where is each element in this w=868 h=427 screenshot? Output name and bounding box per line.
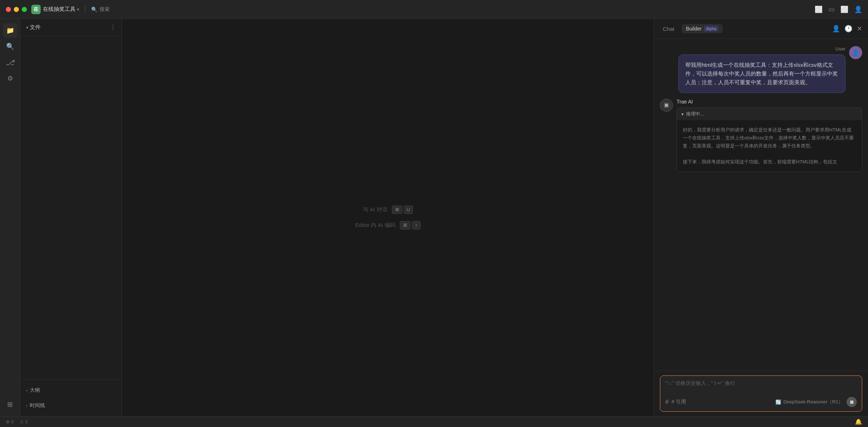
chat-input-placeholder: "↑↓" 切换历史输入，"⇧↵" 换行 xyxy=(665,380,857,387)
file-panel-title: 文件 xyxy=(30,24,110,31)
reasoning-header[interactable]: ▾ 推理中... xyxy=(677,108,862,120)
file-panel-header: ▾ 文件 ⋮ xyxy=(20,19,122,36)
error-icon: ⊗ xyxy=(6,419,10,424)
chevron-down-icon: ▾ xyxy=(26,25,28,30)
chat-input-area: "↑↓" 切换历史输入，"⇧↵" 换行 # # 引用 🔄 DeepSeek-Re… xyxy=(654,371,868,416)
avatar: 👤 xyxy=(849,46,862,59)
debug-icon: ⚙ xyxy=(7,74,13,82)
sidebar-item-search[interactable]: 🔍 xyxy=(3,39,17,54)
close-icon[interactable]: ✕ xyxy=(857,25,862,33)
maximize-button[interactable] xyxy=(22,7,27,12)
grid-icon: ⊞ xyxy=(7,400,13,408)
warning-status: ⚠ 0 xyxy=(20,419,28,424)
user-message-row: User 帮我用html生成一个在线抽奖工具：支持上传xlsx和csv格式文件，… xyxy=(660,46,862,93)
sidebar-item-git[interactable]: ⎇ xyxy=(3,55,17,70)
chat-input-footer: # # 引用 🔄 DeepSeek-Reasoner（R1） ⏹ xyxy=(665,397,857,407)
cmd-key-2: ⌘ xyxy=(400,221,410,229)
svg-rect-1 xyxy=(665,104,668,107)
send-button[interactable]: ⏹ xyxy=(847,397,857,407)
sidebar-item-extensions[interactable]: ⊞ xyxy=(3,397,17,412)
search-icon: 🔍 xyxy=(6,42,14,50)
sidebar-item-files[interactable]: 📁 xyxy=(3,23,17,38)
app-icon: 在 xyxy=(31,5,41,14)
user-bubble: 帮我用html生成一个在线抽奖工具：支持上传xlsx和csv格式文件，可以选择每… xyxy=(678,54,845,93)
ai-name: Trae AI xyxy=(677,99,862,105)
chevron-right-icon: › xyxy=(26,388,28,393)
ai-chat-shortcut[interactable]: 与 AI 对话 ⌘ U xyxy=(363,206,413,214)
statusbar-right: 🔔 xyxy=(855,418,862,425)
ai-code-shortcut[interactable]: Editor 内 AI 编码 ⌘ I xyxy=(355,221,421,229)
close-button[interactable] xyxy=(6,7,11,12)
file-panel-footer: › 大纲 › 时间线 xyxy=(20,379,122,416)
error-status: ⊗ 0 xyxy=(6,419,14,424)
reasoning-label: 推理中... xyxy=(686,111,704,117)
chat-input-box[interactable]: "↑↓" 切换历史输入，"⇧↵" 换行 # # 引用 🔄 DeepSeek-Re… xyxy=(660,375,862,412)
statusbar: ⊗ 0 ⚠ 0 🔔 xyxy=(0,416,868,427)
reasoning-section: ▾ 推理中... 好的，我需要分析用户的请求，确定是任务还是一般问题。用户要求用… xyxy=(677,107,862,172)
reasoning-text-2: 接下来，我得考虑如何实现这个功能。首先，前端需要HTML结构，包括文 xyxy=(683,158,856,166)
chat-header-right: 👤 🕐 ✕ xyxy=(832,25,862,33)
file-menu-icon[interactable]: ⋮ xyxy=(110,24,116,31)
shortcut-label-2: Editor 内 AI 编码 xyxy=(355,222,396,229)
titlebar: 在 在线抽奖工具 ▾ 🔍 搜索 ⬜ ▭ ⬜ 👤 xyxy=(0,0,868,19)
quote-label: # 引用 xyxy=(672,399,686,405)
notification-icon[interactable]: 🔔 xyxy=(855,419,862,425)
file-panel-content xyxy=(20,36,122,379)
u-key: U xyxy=(404,206,413,214)
warning-count: 0 xyxy=(25,419,28,424)
error-count: 0 xyxy=(11,419,14,424)
ai-content: Trae AI ▾ 推理中... 好的，我需要分析用户的请求，确定是任务还是一般… xyxy=(677,99,862,172)
sidebar-right-icon[interactable]: ⬜ xyxy=(840,5,848,13)
shortcut-label: 与 AI 对话 xyxy=(363,206,388,213)
sidebar-item-debug[interactable]: ⚙ xyxy=(3,71,17,86)
model-icon: 🔄 xyxy=(775,399,781,405)
traffic-lights xyxy=(6,7,27,12)
search-label: 搜索 xyxy=(100,6,110,13)
ai-message-row: Trae AI ▾ 推理中... 好的，我需要分析用户的请求，确定是任务还是一般… xyxy=(660,99,862,172)
file-panel: ▾ 文件 ⋮ › 大纲 › 时间线 xyxy=(20,19,122,416)
ai-avatar xyxy=(660,99,673,112)
cmd-key: ⌘ xyxy=(392,206,402,214)
chat-input-left: # # 引用 xyxy=(665,399,686,405)
person-icon[interactable]: 👤 xyxy=(832,25,840,33)
builder-label: Builder xyxy=(686,26,702,32)
sidebar-left-icon[interactable]: ⬜ xyxy=(815,5,823,13)
chat-messages: User 帮我用html生成一个在线抽奖工具：支持上传xlsx和csv格式文件，… xyxy=(654,39,868,371)
chevron-down-icon: ▾ xyxy=(77,7,79,12)
icon-sidebar: 📁 🔍 ⎇ ⚙ ⊞ xyxy=(0,19,20,416)
titlebar-right: ⬜ ▭ ⬜ 👤 xyxy=(815,5,862,13)
user-label: User xyxy=(836,46,845,52)
app-title: 在线抽奖工具 xyxy=(43,6,76,13)
titlebar-divider xyxy=(85,6,85,13)
minimize-button[interactable] xyxy=(14,7,19,12)
chevron-down-icon: ▾ xyxy=(681,111,684,117)
layout-icon[interactable]: ▭ xyxy=(828,5,835,13)
timeline-label: 时间线 xyxy=(30,402,45,409)
warning-icon: ⚠ xyxy=(20,419,24,424)
model-label: DeepSeek-Reasoner（R1） xyxy=(783,399,843,405)
tab-builder[interactable]: Builder Alpha xyxy=(682,24,723,33)
search-icon: 🔍 xyxy=(91,7,97,12)
git-icon: ⎇ xyxy=(6,58,14,67)
folder-icon: 📁 xyxy=(6,27,14,34)
editor-area: 与 AI 对话 ⌘ U Editor 内 AI 编码 ⌘ I xyxy=(122,19,654,416)
alpha-badge: Alpha xyxy=(704,26,718,32)
chevron-right-icon: › xyxy=(26,403,28,408)
hash-icon: # xyxy=(665,399,669,405)
timeline-section[interactable]: › 时间线 xyxy=(20,398,122,413)
outline-section[interactable]: › 大纲 xyxy=(20,383,122,398)
reasoning-text-1: 好的，我需要分析用户的请求，确定是任务还是一般问题。用户要求用HTML生成一个在… xyxy=(683,126,856,150)
search-area[interactable]: 🔍 搜索 xyxy=(91,6,110,13)
profile-icon[interactable]: 👤 xyxy=(854,5,862,13)
kbd-group-2: ⌘ I xyxy=(400,221,421,229)
i-key: I xyxy=(412,221,421,229)
outline-label: 大纲 xyxy=(30,387,40,394)
chat-panel: Chat Builder Alpha 👤 🕐 ✕ User 帮我用html生成一… xyxy=(654,19,868,416)
model-selector[interactable]: 🔄 DeepSeek-Reasoner（R1） xyxy=(775,399,843,405)
history-icon[interactable]: 🕐 xyxy=(844,25,852,33)
tab-chat[interactable]: Chat xyxy=(660,24,677,33)
reasoning-content: 好的，我需要分析用户的请求，确定是任务还是一般问题。用户要求用HTML生成一个在… xyxy=(677,120,862,172)
main-layout: 📁 🔍 ⎇ ⚙ ⊞ ▾ 文件 ⋮ › 大纲 › xyxy=(0,19,868,416)
kbd-group-1: ⌘ U xyxy=(392,206,413,214)
chat-header: Chat Builder Alpha 👤 🕐 ✕ xyxy=(654,19,868,39)
